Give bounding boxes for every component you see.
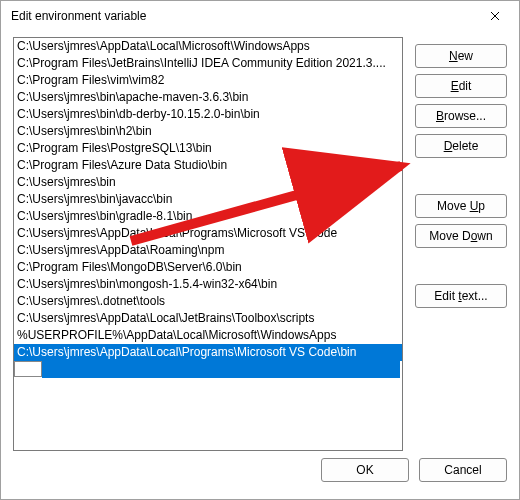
path-item[interactable]: C:\Users\jmres\bin	[14, 174, 402, 191]
dialog-window: Edit environment variable C:\Users\jmres…	[0, 0, 520, 500]
new-item-edit-cell[interactable]	[14, 361, 42, 377]
close-button[interactable]	[475, 2, 515, 30]
path-item[interactable]: C:\Users\jmres\bin\h2\bin	[14, 123, 402, 140]
path-item[interactable]: C:\Program Files\JetBrains\IntelliJ IDEA…	[14, 55, 402, 72]
move-down-button[interactable]: Move Down	[415, 224, 507, 248]
path-item[interactable]: C:\Users\jmres\bin\apache-maven-3.6.3\bi…	[14, 89, 402, 106]
edit-button[interactable]: Edit	[415, 74, 507, 98]
path-item[interactable]: C:\Users\jmres\.dotnet\tools	[14, 293, 402, 310]
path-item[interactable]: C:\Users\jmres\AppData\Roaming\npm	[14, 242, 402, 259]
titlebar: Edit environment variable	[1, 1, 519, 31]
path-item[interactable]: C:\Users\jmres\AppData\Local\Programs\Mi…	[14, 344, 402, 361]
cancel-button[interactable]: Cancel	[419, 458, 507, 482]
delete-button[interactable]: Delete	[415, 134, 507, 158]
path-item[interactable]: C:\Users\jmres\AppData\Local\Programs\Mi…	[14, 225, 402, 242]
path-item[interactable]: C:\Program Files\Azure Data Studio\bin	[14, 157, 402, 174]
path-item[interactable]: C:\Users\jmres\bin\db-derby-10.15.2.0-bi…	[14, 106, 402, 123]
new-button[interactable]: New	[415, 44, 507, 68]
dialog-body: C:\Users\jmres\AppData\Local\Microsoft\W…	[1, 31, 519, 451]
move-up-button[interactable]: Move Up	[415, 194, 507, 218]
button-column: New Edit Browse... Delete Move Up Move D…	[415, 37, 507, 451]
path-item[interactable]: %USERPROFILE%\AppData\Local\Microsoft\Wi…	[14, 327, 402, 344]
path-item[interactable]: C:\Users\jmres\bin\gradle-8.1\bin	[14, 208, 402, 225]
window-title: Edit environment variable	[11, 9, 146, 23]
path-item[interactable]: C:\Program Files\PostgreSQL\13\bin	[14, 140, 402, 157]
path-item[interactable]: C:\Users\jmres\bin\javacc\bin	[14, 191, 402, 208]
dialog-footer: OK Cancel	[1, 451, 519, 499]
ok-button[interactable]: OK	[321, 458, 409, 482]
path-item[interactable]: C:\Users\jmres\AppData\Local\Microsoft\W…	[14, 38, 402, 55]
path-listbox[interactable]: C:\Users\jmres\AppData\Local\Microsoft\W…	[13, 37, 403, 451]
close-icon	[490, 11, 500, 21]
new-item-selection	[42, 361, 400, 378]
path-item[interactable]: C:\Program Files\vim\vim82	[14, 72, 402, 89]
new-item-row[interactable]	[14, 361, 402, 378]
edit-text-button[interactable]: Edit text...	[415, 284, 507, 308]
path-item[interactable]: C:\Users\jmres\bin\mongosh-1.5.4-win32-x…	[14, 276, 402, 293]
path-item[interactable]: C:\Users\jmres\AppData\Local\JetBrains\T…	[14, 310, 402, 327]
path-item[interactable]: C:\Program Files\MongoDB\Server\6.0\bin	[14, 259, 402, 276]
browse-button[interactable]: Browse...	[415, 104, 507, 128]
